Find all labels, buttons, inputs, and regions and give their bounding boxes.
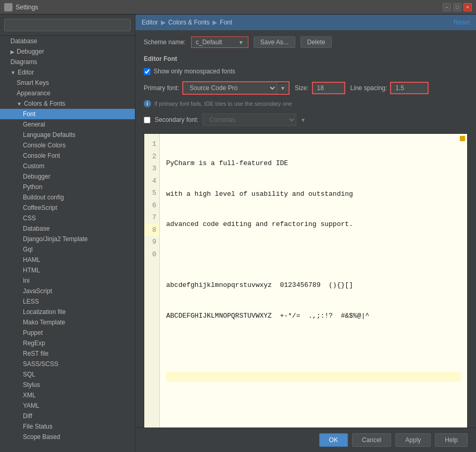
ok-button[interactable]: OK bbox=[319, 433, 348, 447]
sidebar-item-scope-based[interactable]: Scope Based bbox=[0, 432, 135, 442]
maximize-button[interactable]: □ bbox=[453, 3, 461, 11]
sidebar-item-label: Ini bbox=[23, 277, 30, 284]
sidebar-item-label: Language Defaults bbox=[23, 131, 76, 139]
sidebar-item-language-defaults[interactable]: Language Defaults bbox=[0, 130, 135, 140]
line-spacing-group: Line spacing: bbox=[350, 82, 429, 94]
sidebar-item-label: File Status bbox=[23, 423, 53, 430]
line-num-2: 2 bbox=[144, 150, 159, 163]
sidebar-item-haml[interactable]: HAML bbox=[0, 255, 135, 265]
sidebar-item-appearance[interactable]: Appearance bbox=[0, 88, 135, 98]
sidebar-item-sql[interactable]: SQL bbox=[0, 369, 135, 380]
scheme-dropdown[interactable]: c_Default ▼ bbox=[191, 36, 248, 48]
sidebar-item-label: RegExp bbox=[23, 340, 45, 347]
sidebar-item-buildout[interactable]: Buildout config bbox=[0, 192, 135, 203]
expand-icon: ▼ bbox=[17, 101, 22, 107]
cancel-button[interactable]: Cancel bbox=[352, 433, 391, 447]
info-icon: i bbox=[144, 100, 151, 107]
minimize-button[interactable]: − bbox=[443, 3, 451, 11]
sidebar-item-debugger[interactable]: ▶ Debugger bbox=[0, 46, 135, 57]
sidebar-item-diagrams[interactable]: Diagrams bbox=[0, 57, 135, 67]
sidebar-item-gql[interactable]: Gql bbox=[0, 244, 135, 255]
sidebar-item-label: Mako Template bbox=[23, 319, 65, 326]
monospaced-checkbox[interactable] bbox=[144, 68, 151, 75]
sidebar-item-rest[interactable]: ReST file bbox=[0, 348, 135, 359]
sidebar-item-file-status[interactable]: File Status bbox=[0, 421, 135, 432]
sidebar-item-diff[interactable]: Diff bbox=[0, 411, 135, 421]
size-input[interactable] bbox=[313, 83, 344, 93]
corner-indicator bbox=[460, 136, 465, 141]
sidebar-item-localization[interactable]: Localization file bbox=[0, 307, 135, 317]
monospaced-row: Show only monospaced fonts bbox=[144, 68, 468, 75]
scheme-dropdown-arrow: ▼ bbox=[239, 40, 244, 45]
sidebar-item-colors-fonts[interactable]: ▼ Colors & Fonts bbox=[0, 98, 135, 109]
line-numbers: 1 2 3 4 5 6 7 8 9 0 bbox=[144, 134, 160, 428]
sidebar-item-console-colors[interactable]: Console Colors bbox=[0, 140, 135, 150]
sidebar-item-font[interactable]: Font bbox=[0, 109, 135, 119]
preview-line-4 bbox=[166, 250, 461, 260]
sidebar-item-label: Custom bbox=[23, 162, 44, 170]
sidebar-item-less[interactable]: LESS bbox=[0, 296, 135, 307]
title-bar: Settings − □ ✕ bbox=[0, 0, 476, 15]
sidebar-item-django[interactable]: Django/Jinja2 Template bbox=[0, 234, 135, 244]
secondary-font-select[interactable]: Consolas bbox=[203, 114, 296, 126]
editor-font-title: Editor Font bbox=[144, 55, 468, 62]
sidebar-item-label: Console Font bbox=[23, 152, 60, 159]
sidebar-item-html[interactable]: HTML bbox=[0, 265, 135, 275]
sidebar-item-label: Font bbox=[23, 110, 35, 118]
sidebar-item-label: Console Colors bbox=[23, 142, 66, 149]
sidebar-item-label: Buildout config bbox=[23, 194, 64, 201]
sidebar-item-javascript[interactable]: JavaScript bbox=[0, 286, 135, 296]
sidebar-item-puppet[interactable]: Puppet bbox=[0, 328, 135, 338]
sidebar-item-database-child[interactable]: Database bbox=[0, 223, 135, 234]
font-controls-row: Primary font: Source Code Pro ▼ Size: bbox=[144, 81, 468, 95]
breadcrumb-arrow-2: ▶ bbox=[212, 19, 217, 26]
sidebar-item-yaml[interactable]: YAML bbox=[0, 400, 135, 411]
sidebar-item-ini[interactable]: Ini bbox=[0, 275, 135, 286]
preview-line-5: abcdefghijklmnopqrstuvwxyz 0123456789 ()… bbox=[166, 280, 461, 291]
delete-button[interactable]: Delete bbox=[300, 36, 332, 48]
sidebar-item-custom[interactable]: Custom bbox=[0, 161, 135, 171]
expand-icon: ▼ bbox=[10, 70, 16, 76]
sidebar-item-regexp[interactable]: RegExp bbox=[0, 338, 135, 348]
sidebar-item-label: Editor bbox=[18, 69, 34, 76]
preview-line-9 bbox=[166, 402, 461, 412]
line-num-9: 9 bbox=[144, 236, 159, 248]
sidebar-item-database[interactable]: Database bbox=[0, 36, 135, 46]
sidebar-item-css[interactable]: CSS bbox=[0, 213, 135, 223]
search-input[interactable] bbox=[4, 19, 131, 31]
line-spacing-wrapper bbox=[390, 82, 429, 94]
secondary-font-checkbox[interactable] bbox=[144, 117, 151, 123]
sidebar-item-smart-keys[interactable]: Smart Keys bbox=[0, 78, 135, 88]
primary-font-group: Primary font: Source Code Pro ▼ bbox=[144, 81, 290, 95]
primary-font-dropdown-btn[interactable]: ▼ bbox=[277, 84, 289, 93]
line-spacing-input[interactable] bbox=[391, 83, 428, 93]
preview-line-3: advanced code editing and refactoring su… bbox=[166, 219, 461, 230]
apply-button[interactable]: Apply bbox=[395, 433, 431, 447]
sidebar-item-label: Database bbox=[23, 225, 49, 232]
sidebar-item-mako[interactable]: Mako Template bbox=[0, 317, 135, 328]
sidebar-item-xml[interactable]: XML bbox=[0, 390, 135, 400]
sidebar-item-coffeescript[interactable]: CoffeeScript bbox=[0, 203, 135, 213]
sidebar-item-debugger-child[interactable]: Debugger bbox=[0, 171, 135, 182]
reset-button[interactable]: Reset bbox=[454, 19, 470, 26]
sidebar-item-label: YAML bbox=[23, 402, 40, 409]
info-row: i If primary font fails, IDE tries to us… bbox=[144, 100, 468, 107]
sidebar-item-general[interactable]: General bbox=[0, 119, 135, 130]
sidebar-item-sass[interactable]: SASS/SCSS bbox=[0, 359, 135, 369]
close-button[interactable]: ✕ bbox=[464, 3, 472, 11]
sidebar-item-editor[interactable]: ▼ Editor bbox=[0, 67, 135, 78]
sidebar-item-label: HAML bbox=[23, 256, 40, 263]
right-panel: Editor ▶ Colors & Fonts ▶ Font Reset Sch… bbox=[135, 15, 476, 452]
info-text: If primary font fails, IDE tries to use … bbox=[154, 101, 292, 107]
save-as-button[interactable]: Save As... bbox=[254, 36, 295, 48]
sidebar-item-console-font[interactable]: Console Font bbox=[0, 150, 135, 161]
help-button[interactable]: Help bbox=[435, 433, 468, 447]
sidebar-item-label: CoffeeScript bbox=[23, 204, 57, 211]
sidebar-item-label: Diagrams bbox=[10, 58, 37, 66]
sidebar-item-stylus[interactable]: Stylus bbox=[0, 380, 135, 390]
line-num-3: 3 bbox=[144, 162, 159, 175]
primary-font-select[interactable]: Source Code Pro bbox=[183, 82, 277, 94]
primary-font-label: Primary font: bbox=[144, 84, 179, 92]
sidebar-item-python[interactable]: Python bbox=[0, 182, 135, 192]
size-label: Size: bbox=[295, 84, 309, 92]
